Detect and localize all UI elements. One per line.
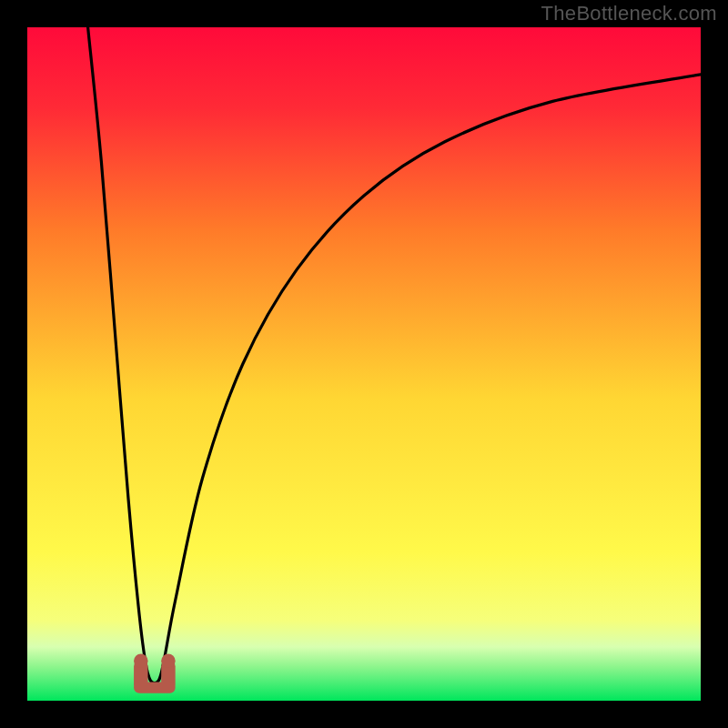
gradient-background xyxy=(27,27,701,701)
chart-frame: TheBottleneck.com xyxy=(0,0,728,728)
svg-point-4 xyxy=(161,654,175,668)
plot-svg xyxy=(27,27,701,701)
svg-point-3 xyxy=(134,654,147,668)
svg-rect-2 xyxy=(134,682,176,693)
plot-area xyxy=(27,27,701,701)
watermark-text: TheBottleneck.com xyxy=(541,2,717,25)
